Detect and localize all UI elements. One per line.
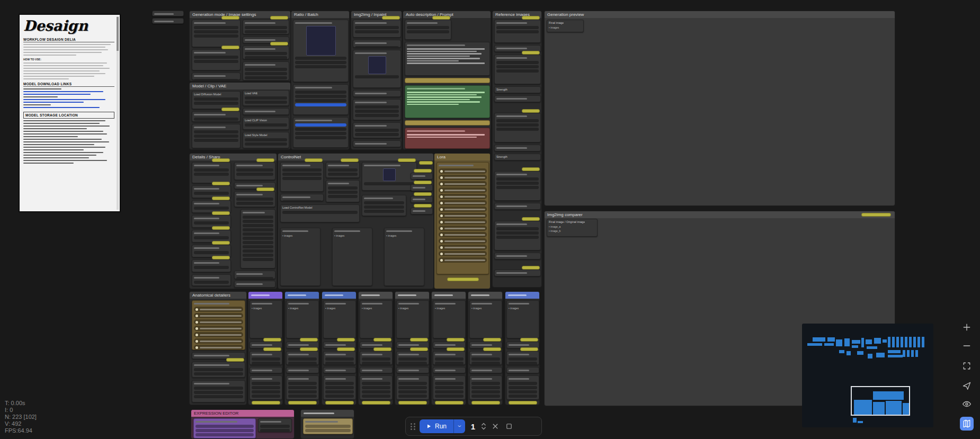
group-header[interactable]: Lora [434, 154, 490, 160]
widget-row[interactable] [245, 26, 287, 29]
group-img2img-inpaint[interactable]: Img2img / Inpaint [351, 11, 402, 150]
widget-row[interactable] [252, 395, 280, 398]
widget-row[interactable] [245, 30, 287, 33]
node-header[interactable] [260, 420, 290, 424]
widget-row[interactable] [471, 395, 500, 398]
node[interactable] [411, 173, 433, 180]
node[interactable] [152, 18, 184, 24]
node-header[interactable] [194, 113, 238, 117]
node[interactable] [405, 42, 490, 76]
node-header[interactable] [496, 254, 539, 258]
node[interactable]: • images [323, 300, 356, 338]
node[interactable]: • images [286, 300, 319, 338]
widget-row[interactable] [195, 425, 254, 428]
widget-row[interactable] [245, 76, 287, 79]
node[interactable] [494, 55, 541, 84]
group-controlnet[interactable]: ControlNetLoad ControlNet Model• images•… [278, 153, 434, 289]
widget-row[interactable] [194, 168, 229, 172]
node-header[interactable] [398, 302, 427, 306]
widget-row[interactable] [325, 357, 354, 361]
widget-row[interactable] [509, 362, 537, 365]
collapsed-node-pill[interactable] [419, 161, 433, 165]
node[interactable]: • images [396, 300, 429, 338]
clear-queue-button[interactable] [491, 422, 500, 431]
widget-row[interactable] [194, 395, 243, 398]
widget-row[interactable] [325, 386, 354, 389]
widget-row[interactable] [496, 30, 539, 33]
node-header[interactable] [362, 302, 390, 306]
lora-toggle-row[interactable] [439, 251, 487, 256]
node[interactable] [396, 367, 429, 373]
widget-row[interactable] [245, 68, 287, 71]
node[interactable] [396, 375, 429, 400]
image-widget[interactable] [383, 168, 396, 181]
node-header[interactable] [236, 193, 273, 196]
node[interactable] [494, 20, 541, 43]
node[interactable] [494, 221, 541, 250]
widget-row[interactable] [195, 433, 254, 436]
lora-toggle-row[interactable] [439, 245, 487, 250]
lora-toggle-row[interactable] [439, 194, 487, 199]
node[interactable] [469, 367, 502, 373]
group-header[interactable] [505, 292, 539, 299]
node-header[interactable] [325, 302, 354, 306]
batch-count-value[interactable]: 1 [469, 422, 477, 431]
node-header[interactable] [295, 21, 346, 25]
collapsed-node-pill[interactable] [398, 158, 416, 162]
widget-row[interactable] [295, 61, 346, 64]
node[interactable] [243, 20, 289, 34]
widget-row[interactable] [260, 425, 290, 428]
widget-row[interactable] [328, 191, 358, 194]
node[interactable] [258, 418, 292, 432]
node-header[interactable] [288, 353, 317, 356]
node[interactable] [433, 351, 466, 365]
widget-row[interactable] [362, 395, 390, 398]
node[interactable] [323, 367, 356, 373]
count-increment-button[interactable] [481, 423, 486, 426]
collapsed-node-pill[interactable] [522, 16, 540, 20]
widget-row[interactable] [245, 114, 287, 115]
node-header[interactable] [194, 302, 243, 306]
node[interactable] [494, 145, 541, 151]
widget-row[interactable] [236, 277, 273, 279]
node-header[interactable] [398, 369, 427, 372]
node-header[interactable] [435, 377, 464, 381]
node-header[interactable] [496, 47, 539, 50]
group-reference-images[interactable]: Reference imagesStrengthStrength [492, 11, 542, 288]
node[interactable]: Final image / Original image• image_a• i… [547, 219, 598, 237]
collapsed-node-pill[interactable] [373, 338, 391, 342]
widget-row[interactable] [496, 227, 539, 230]
minimap-toggle-button[interactable] [960, 417, 974, 431]
group-ratio-batch[interactable]: Ratio / Batch [291, 11, 350, 150]
widget-row[interactable] [243, 254, 273, 257]
node-header[interactable] [194, 246, 229, 250]
node[interactable]: • images [433, 300, 466, 338]
note-scrollbar-thumb[interactable] [117, 17, 119, 51]
widget-row[interactable] [496, 102, 539, 102]
node-header[interactable] [194, 51, 238, 55]
node-header[interactable]: Final image / Original image [549, 220, 595, 224]
widget-row[interactable] [194, 135, 238, 138]
widget-row[interactable] [282, 211, 358, 214]
group-generation-mode-image-settings[interactable]: Generation mode / Image settings [189, 11, 291, 82]
node[interactable] [234, 281, 275, 288]
node[interactable] [192, 362, 245, 378]
widget-row[interactable] [194, 236, 229, 239]
widget-row[interactable] [413, 191, 431, 191]
node-header[interactable] [195, 420, 254, 424]
widget-row[interactable] [194, 56, 238, 59]
node-header[interactable] [407, 43, 488, 47]
node-header[interactable] [194, 21, 238, 25]
widget-row[interactable] [398, 362, 427, 365]
widget-row[interactable] [282, 168, 322, 172]
collapsed-node-pill[interactable] [337, 338, 355, 342]
node[interactable] [506, 351, 539, 365]
node[interactable]: Load VAE [243, 90, 289, 106]
node[interactable]: • images [280, 228, 320, 286]
collapsed-node-pill[interactable] [414, 204, 432, 208]
widget-row[interactable] [355, 147, 399, 147]
widget-row[interactable] [245, 56, 287, 59]
widget-row[interactable] [325, 362, 354, 365]
node-header[interactable] [282, 164, 322, 167]
node-header[interactable]: Final image [549, 21, 582, 25]
